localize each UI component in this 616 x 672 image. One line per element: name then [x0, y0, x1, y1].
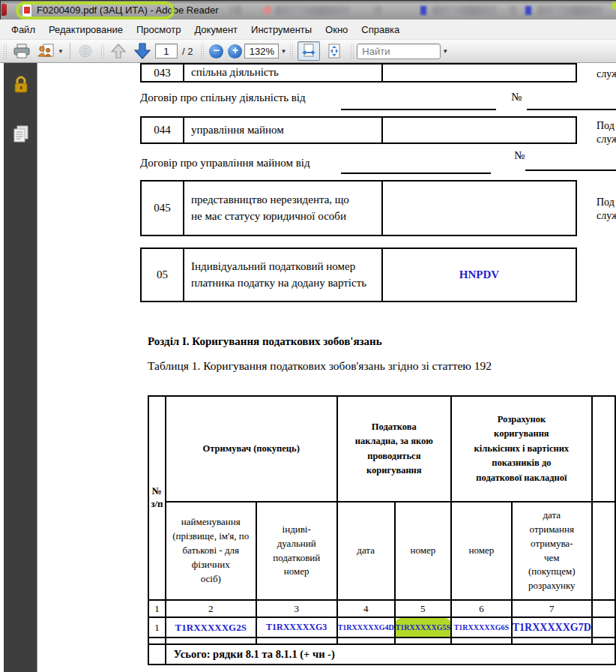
- form-code: 044: [142, 118, 184, 142]
- field-placeholder-cell[interactable]: T1RXXXXXG2S: [166, 617, 256, 638]
- cutoff-column: [592, 502, 615, 600]
- menu-document[interactable]: Документ: [187, 21, 244, 38]
- fit-width-icon: [301, 44, 316, 58]
- col-header-number: номер: [395, 502, 451, 600]
- print-button[interactable]: [10, 41, 34, 61]
- margin-note: служ: [597, 134, 616, 146]
- zoom-in-button[interactable]: +: [228, 44, 242, 58]
- cutoff-column: [592, 617, 615, 638]
- zoom-level-input[interactable]: 132%: [244, 44, 279, 58]
- col-header-tax-number: індиві- дуальний податковий номер: [256, 502, 337, 600]
- menu-help[interactable]: Справка: [354, 21, 406, 38]
- cutoff-column: [592, 396, 615, 502]
- form-code: 045: [142, 182, 184, 235]
- form-value-field[interactable]: [383, 118, 576, 142]
- toolbar-grip[interactable]: [289, 44, 293, 58]
- total-row-label: Усього: рядки 8.1 та 8.1.1 (+ чи -): [166, 644, 615, 664]
- next-page-button[interactable]: [130, 41, 155, 61]
- spacer-cell: [337, 638, 395, 644]
- toolbar-separator: [70, 43, 70, 59]
- fit-page-icon: [327, 44, 342, 58]
- form-row-044: 044 управління майном: [140, 116, 577, 144]
- fit-width-button[interactable]: [298, 41, 320, 61]
- pages-panel-icon: [12, 124, 30, 144]
- print-icon: [13, 44, 31, 58]
- toolbar-grip[interactable]: [100, 44, 104, 58]
- form-label: управління майном: [184, 118, 383, 142]
- section-heading: Розділ I. Коригування податкових зобов'я…: [148, 335, 382, 348]
- menu-edit[interactable]: Редактирование: [42, 21, 130, 38]
- spacer-cell: [592, 638, 615, 644]
- menu-bar: Файл Редактирование Просмотр Документ Ин…: [0, 20, 616, 40]
- col-number: 2: [166, 600, 256, 617]
- online-services-button[interactable]: [73, 41, 97, 61]
- zoom-dropdown-icon[interactable]: ▼: [280, 48, 286, 55]
- form-code: 043: [142, 64, 184, 81]
- blurred-tab: [230, 6, 242, 16]
- menu-view[interactable]: Просмотр: [130, 21, 187, 38]
- group-header-adjustment: Розрахунок коригування кількісних і варт…: [451, 396, 592, 502]
- form-value-field[interactable]: [383, 182, 576, 235]
- toolbar-grip[interactable]: [350, 44, 354, 58]
- margin-note: Под: [597, 196, 615, 208]
- field-placeholder-hnpdv: HNPDV: [383, 249, 576, 301]
- col-number: 3: [256, 600, 337, 617]
- group-header-invoice: Податкова накладна, за якою проводиться …: [337, 396, 451, 502]
- zoom-out-button[interactable]: −: [209, 44, 223, 58]
- search-dropdown-icon[interactable]: ▼: [442, 48, 448, 55]
- blurred-tab-icon: [525, 6, 531, 15]
- cutoff-column: [592, 600, 615, 617]
- pages-panel-button[interactable]: [12, 124, 30, 144]
- red-edge-artifact-icon: [1, 4, 7, 16]
- col-number: 6: [451, 600, 512, 617]
- page-number-input[interactable]: 1: [155, 44, 178, 58]
- form-label: Індивідуальний податковий номер платника…: [184, 249, 383, 301]
- agreement-text: Договір про спільну діяльність від: [140, 92, 306, 104]
- col-number: 5: [395, 600, 451, 617]
- menu-tools[interactable]: Инструменты: [244, 21, 318, 38]
- security-lock-icon: [12, 75, 30, 94]
- blurred-tab-icon: [263, 6, 271, 14]
- field-placeholder-cell[interactable]: T1RXXXXXG3: [256, 617, 337, 638]
- table-caption: Таблиця 1. Коригування податкових зобов'…: [148, 359, 492, 373]
- margin-note: служ: [597, 210, 616, 222]
- search-input[interactable]: Найти: [357, 44, 441, 59]
- spacer-cell: [166, 638, 256, 644]
- menu-window[interactable]: Окно: [318, 21, 354, 38]
- field-placeholder-cell[interactable]: T1RXXXXXG4D: [337, 617, 395, 638]
- form-label: спільна діяльність: [184, 64, 383, 81]
- col-number: 7: [512, 600, 592, 617]
- menu-file[interactable]: Файл: [4, 21, 42, 38]
- form-code: 05: [142, 249, 184, 301]
- fit-page-button[interactable]: [323, 41, 345, 61]
- field-placeholder-cell[interactable]: T1RXXXXXG7D: [512, 617, 592, 638]
- spacer-cell: [148, 638, 166, 644]
- toolbar-grip[interactable]: [200, 44, 204, 58]
- col-header-receipt-date: дата отримання отримува- чем (покупцем) …: [512, 502, 592, 600]
- green-highlight-annotation-title: [16, 2, 175, 20]
- previous-page-icon: [110, 43, 127, 59]
- field-placeholder-cell-highlighted[interactable]: T1RXXXXXG5S: [395, 617, 451, 638]
- field-placeholder-cell[interactable]: T1RXXXXXG6S: [451, 617, 512, 638]
- spacer-cell: [395, 638, 451, 644]
- margin-note: Под: [597, 120, 615, 132]
- collaborate-icon: [37, 44, 56, 58]
- security-lock-button[interactable]: [12, 75, 30, 94]
- table1: № з/п Отримувач (покупець) Податкова нак…: [148, 395, 616, 665]
- col-header-date: дата: [337, 502, 395, 600]
- blurred-tab: [432, 6, 497, 16]
- spacer-cell: [256, 638, 337, 644]
- form-row-05: 05 Індивідуальний податковий номер платн…: [140, 248, 577, 302]
- form-label: представництво нерезидента, що не має ст…: [184, 182, 383, 235]
- toolbar: ▼ 1 / 2 − + 132% ▼ Найти: [0, 40, 616, 63]
- collaborate-button[interactable]: ▼: [34, 41, 67, 61]
- fill-in-line: [527, 109, 616, 110]
- form-value-field[interactable]: [383, 64, 576, 81]
- number-sign: №: [514, 149, 525, 162]
- blurred-tab-icon: [420, 6, 426, 15]
- online-services-icon: [76, 44, 94, 58]
- toolbar-grip[interactable]: [3, 44, 7, 58]
- fill-in-line: [525, 170, 616, 171]
- col-header-name: найменування (прізвище, ім'я, по батьков…: [166, 502, 256, 600]
- previous-page-button[interactable]: [107, 41, 130, 61]
